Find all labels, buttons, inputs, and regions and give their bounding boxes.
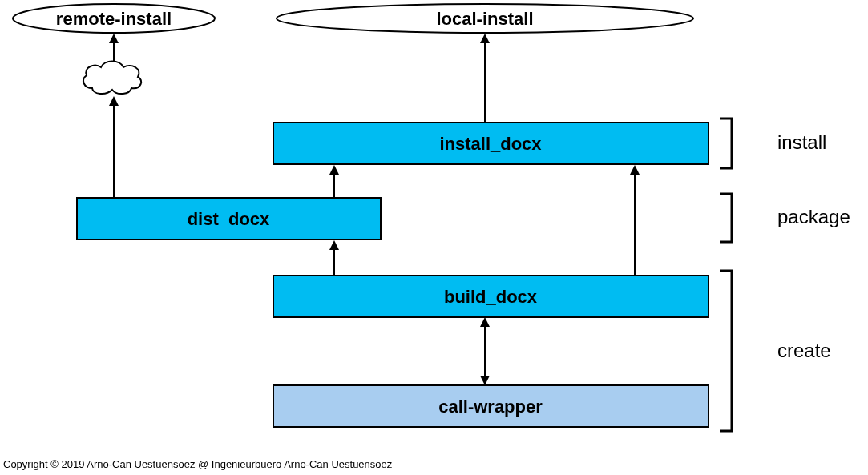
bracket-install: install xyxy=(720,119,826,168)
bracket-package: package xyxy=(720,194,850,242)
arrow-build-to-install xyxy=(630,165,640,276)
phase-package-label: package xyxy=(777,206,850,227)
arrow-build-to-dist xyxy=(329,240,339,276)
cloud-icon xyxy=(83,62,141,95)
node-call-wrapper-label: call-wrapper xyxy=(438,397,543,417)
node-dist-docx-label: dist_docx xyxy=(188,209,270,229)
svg-marker-17 xyxy=(630,165,640,175)
arrow-dist-to-cloud xyxy=(109,96,119,198)
node-local-install-label: local-install xyxy=(436,9,533,29)
bracket-create: create xyxy=(720,271,831,431)
node-install-docx-label: install_docx xyxy=(439,134,542,154)
node-call-wrapper: call-wrapper xyxy=(273,385,709,427)
node-build-docx-label: build_docx xyxy=(444,287,538,307)
arrow-build-callwrapper xyxy=(480,317,490,385)
svg-marker-13 xyxy=(329,165,339,175)
arrow-cloud-to-remote xyxy=(109,34,119,62)
node-remote-install-label: remote-install xyxy=(56,9,172,29)
copyright-text: Copyright © 2019 Arno-Can Uestuensoez @ … xyxy=(3,458,392,470)
phase-install-label: install xyxy=(777,131,826,153)
node-install-docx: install_docx xyxy=(273,123,709,164)
diagram-canvas: remote-install local-install install_doc… xyxy=(0,0,868,475)
node-build-docx: build_docx xyxy=(273,276,709,317)
svg-marker-20 xyxy=(480,376,490,385)
svg-marker-19 xyxy=(480,317,490,327)
node-remote-install: remote-install xyxy=(13,4,215,33)
svg-marker-15 xyxy=(329,240,339,250)
arrow-install-to-local xyxy=(480,34,490,123)
phase-create-label: create xyxy=(777,340,831,361)
svg-marker-7 xyxy=(109,34,119,43)
node-local-install: local-install xyxy=(277,4,693,33)
node-dist-docx: dist_docx xyxy=(77,198,381,240)
svg-marker-11 xyxy=(480,34,490,43)
svg-marker-9 xyxy=(109,96,119,106)
arrow-dist-to-install xyxy=(329,165,339,198)
